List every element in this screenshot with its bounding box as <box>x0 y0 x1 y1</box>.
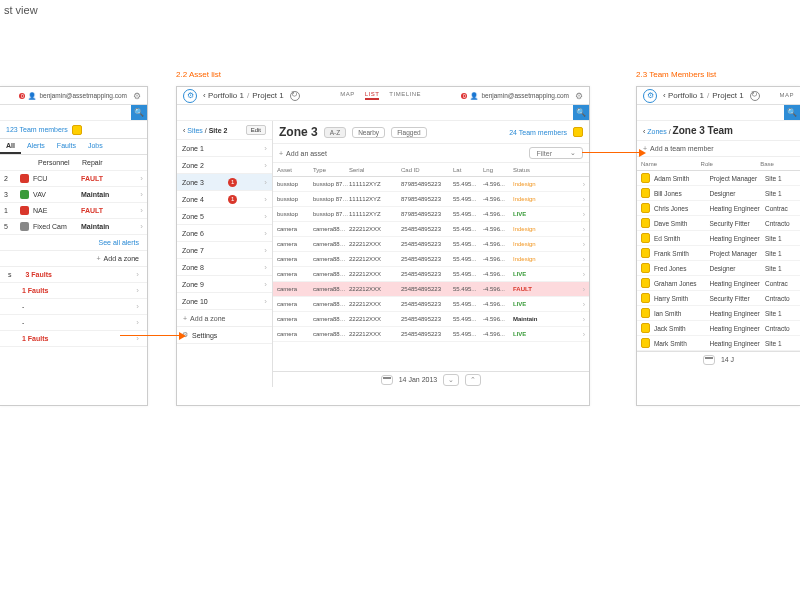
alert-row[interactable]: 2FCUFAULT› <box>0 171 147 187</box>
tab-faults[interactable]: Faults <box>51 139 82 154</box>
asset-main: Zone 3 A-Z Nearby Flagged 24 Team member… <box>273 121 589 387</box>
asset-row[interactable]: cameracamera8885...222212XXX254854895223… <box>273 222 589 237</box>
team-member-row[interactable]: Harry SmithSecurity FitterCntracto <box>637 291 800 306</box>
zone-row[interactable]: Zone 1› <box>177 140 272 157</box>
team-members-link[interactable]: 123 Team members <box>6 126 68 133</box>
calendar-icon[interactable] <box>381 375 393 385</box>
user-menu[interactable]: 0👤 benjamin@assetmapping.com <box>461 92 569 100</box>
chevron-right-icon: › <box>583 316 585 323</box>
asset-row[interactable]: busstopbusstop 87985...111112XYZ87985489… <box>273 192 589 207</box>
search-input[interactable] <box>637 105 784 120</box>
tab-map[interactable]: MAP <box>340 91 355 100</box>
team-member-row[interactable]: Frank SmithProject ManagerSite 1 <box>637 246 800 261</box>
asset-row[interactable]: cameracamera8885...222212XXX254854895223… <box>273 282 589 297</box>
zone-row[interactable]: Zone 5› <box>177 208 272 225</box>
zone-row[interactable]: Zone 7› <box>177 242 272 259</box>
asset-row[interactable]: cameracamera8885...222212XXX254854895223… <box>273 267 589 282</box>
team-member-row[interactable]: Ian SmithHeating EngineerSite 1 <box>637 306 800 321</box>
member-badge-icon <box>641 188 650 198</box>
zone-row[interactable]: Zone 2› <box>177 157 272 174</box>
tab-jobs[interactable]: Jobs <box>82 139 109 154</box>
summary-row[interactable]: -› <box>0 299 147 315</box>
chevron-right-icon: › <box>583 211 585 218</box>
add-zone-button[interactable]: Add a zone <box>0 251 147 267</box>
date-up-button[interactable]: ⌃ <box>465 374 481 386</box>
sort-flagged[interactable]: Flagged <box>391 127 427 138</box>
search-button[interactable]: 🔍 <box>784 105 800 120</box>
chevron-right-icon: › <box>264 280 267 289</box>
logo-icon: ⚙ <box>183 89 197 103</box>
caption-team-list: 2.3 Team Members list <box>636 70 716 79</box>
zone-row[interactable]: Zone 41› <box>177 191 272 208</box>
tab-alerts[interactable]: Alerts <box>21 139 51 154</box>
search-input[interactable] <box>0 105 131 120</box>
team-member-row[interactable]: Bill JonesDesignerSite 1 <box>637 186 800 201</box>
alert-row[interactable]: 5Fixed CamMaintain› <box>0 219 147 235</box>
user-menu[interactable]: 0👤 benjamin@assetmapping.com <box>19 92 127 100</box>
tab-map[interactable]: MAP <box>779 92 794 99</box>
zones-link[interactable]: Zones <box>647 128 666 135</box>
team-table-header: NameRoleBase <box>637 157 800 171</box>
team-count-link[interactable]: 24 Team members <box>509 129 567 136</box>
asset-row[interactable]: cameracamera8885...222212XXX254854895223… <box>273 312 589 327</box>
team-member-row[interactable]: Graham JonesHeating EngineerContrac <box>637 276 800 291</box>
asset-row[interactable]: cameracamera8885...222212XXX254854895223… <box>273 297 589 312</box>
gear-icon[interactable]: ⚙ <box>575 91 583 101</box>
settings-link[interactable]: ⚙Settings <box>177 327 272 344</box>
asset-row[interactable]: cameracamera8885...222212XXX254854895223… <box>273 252 589 267</box>
asset-row[interactable]: cameracamera8885...222212XXX254854895223… <box>273 327 589 342</box>
edit-button[interactable]: Edit <box>246 125 266 135</box>
filter-dropdown[interactable]: Filter⌄ <box>529 147 583 159</box>
tab-timeline[interactable]: TIMELINE <box>389 91 421 100</box>
breadcrumb[interactable]: ‹ Portfolio 1/Project 1 <box>203 91 284 100</box>
zone-row[interactable]: Zone 31› <box>177 174 272 191</box>
alert-row[interactable]: 1NAEFAULT› <box>0 203 147 219</box>
team-member-row[interactable]: Ed SmithHeating EngineerSite 1 <box>637 231 800 246</box>
gear-icon[interactable]: ⚙ <box>133 91 141 101</box>
asset-row[interactable]: busstopbusstop 87985...111112XYZ87985489… <box>273 177 589 192</box>
page-title: st view <box>4 4 38 16</box>
sort-nearby[interactable]: Nearby <box>352 127 385 138</box>
zone-row[interactable]: Zone 10› <box>177 293 272 310</box>
member-badge-icon <box>641 323 650 333</box>
refresh-icon[interactable] <box>290 91 300 101</box>
zone-row[interactable]: Zone 9› <box>177 276 272 293</box>
summary-row[interactable]: 1 Faults› <box>0 331 147 347</box>
zone-row[interactable]: Zone 6› <box>177 225 272 242</box>
calendar-icon[interactable] <box>703 355 715 365</box>
search-button[interactable]: 🔍 <box>131 105 147 120</box>
status-badge-icon <box>20 190 29 199</box>
team-member-row[interactable]: Chris JonesHeating EngineerContrac <box>637 201 800 216</box>
date-down-button[interactable]: ⌄ <box>443 374 459 386</box>
add-asset-button[interactable]: Add an asset <box>279 150 327 157</box>
search-bar: 🔍 <box>0 105 147 121</box>
alert-row[interactable]: 3VAVMaintain› <box>0 187 147 203</box>
summary-row[interactable]: 1 Faults› <box>0 283 147 299</box>
asset-row[interactable]: busstopbusstop 87985...111112XYZ87985489… <box>273 207 589 222</box>
tab-list[interactable]: LIST <box>365 91 380 100</box>
team-member-row[interactable]: Fred JonesDesignerSite 1 <box>637 261 800 276</box>
team-member-row[interactable]: Adam SmithProject ManagerSite 1 <box>637 171 800 186</box>
notification-badge: 0 <box>461 93 467 99</box>
see-all-alerts-link[interactable]: See all alerts <box>0 235 147 251</box>
search-input[interactable] <box>177 105 573 120</box>
asset-row[interactable]: cameracamera8885...222212XXX254854895223… <box>273 237 589 252</box>
sort-az[interactable]: A-Z <box>324 127 346 138</box>
team-member-row[interactable]: Jack SmithHeating EngineerCntracto <box>637 321 800 336</box>
add-zone-button[interactable]: Add a zone <box>177 310 272 327</box>
sites-link[interactable]: Sites <box>187 127 203 134</box>
team-member-row[interactable]: Dave SmithSecurity FitterCntracto <box>637 216 800 231</box>
chevron-right-icon: › <box>140 174 143 183</box>
summary-row[interactable]: s3 Faults› <box>0 267 147 283</box>
add-team-member-button[interactable]: Add a team member <box>637 141 800 157</box>
team-member-row[interactable]: Mark SmithHeating EngineerSite 1 <box>637 336 800 351</box>
breadcrumb[interactable]: ‹ Portfolio 1/Project 1 <box>663 91 744 100</box>
refresh-icon[interactable] <box>750 91 760 101</box>
search-button[interactable]: 🔍 <box>573 105 589 120</box>
chevron-right-icon: › <box>583 331 585 338</box>
tab-all[interactable]: All <box>0 139 21 154</box>
member-badge-icon <box>641 338 650 348</box>
zone-row[interactable]: Zone 8› <box>177 259 272 276</box>
summary-row[interactable]: -› <box>0 315 147 331</box>
alert-count-badge: 1 <box>228 178 237 187</box>
